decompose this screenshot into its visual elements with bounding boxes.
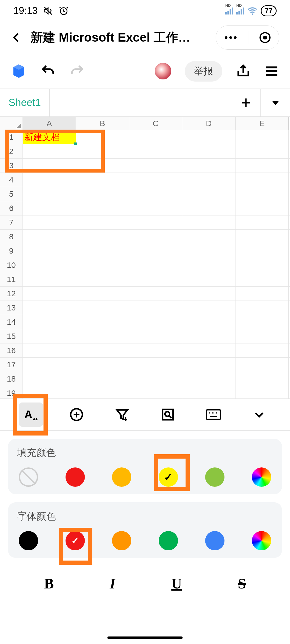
cell[interactable] <box>182 187 235 201</box>
cell[interactable] <box>129 144 182 158</box>
cell[interactable] <box>23 272 76 286</box>
font-swatch-orange[interactable] <box>112 531 131 550</box>
cell[interactable] <box>235 343 289 357</box>
row-header[interactable]: 12 <box>0 287 23 301</box>
cell[interactable] <box>182 244 235 258</box>
cell[interactable] <box>76 230 129 244</box>
cell[interactable] <box>235 329 289 343</box>
cell[interactable] <box>129 201 182 215</box>
cell[interactable] <box>235 287 289 301</box>
cell[interactable] <box>182 386 235 398</box>
cell[interactable] <box>235 358 289 372</box>
cell[interactable] <box>235 272 289 286</box>
fill-swatch-orange[interactable] <box>112 467 131 487</box>
cell[interactable] <box>76 215 129 229</box>
cell[interactable] <box>235 315 289 329</box>
cell[interactable] <box>129 244 182 258</box>
row-header[interactable]: 6 <box>0 201 23 215</box>
cell[interactable] <box>129 215 182 229</box>
cell[interactable] <box>23 372 76 386</box>
cell[interactable]: 新建文档 <box>23 130 76 144</box>
cell[interactable] <box>129 287 182 301</box>
text-format-button[interactable]: A <box>19 402 43 427</box>
cell[interactable] <box>182 258 235 272</box>
report-button[interactable]: 举报 <box>185 61 222 82</box>
sheet-menu-button[interactable] <box>260 89 290 116</box>
row-header[interactable]: 17 <box>0 358 23 372</box>
cell[interactable] <box>182 287 235 301</box>
cell[interactable] <box>235 244 289 258</box>
cell[interactable] <box>182 130 235 144</box>
cell[interactable] <box>23 244 76 258</box>
cell[interactable] <box>182 144 235 158</box>
cell[interactable] <box>129 358 182 372</box>
spreadsheet-grid[interactable]: A B C D E 1新建文档2345678910111213141516171… <box>0 117 290 398</box>
cell[interactable] <box>129 130 182 144</box>
column-header[interactable]: D <box>182 117 235 130</box>
row-header[interactable]: 7 <box>0 215 23 229</box>
row-header[interactable]: 16 <box>0 343 23 357</box>
cell[interactable] <box>182 372 235 386</box>
cell[interactable] <box>235 301 289 315</box>
fill-swatch-green[interactable] <box>205 467 224 487</box>
column-header[interactable]: E <box>235 117 289 130</box>
cell[interactable] <box>182 201 235 215</box>
cell[interactable] <box>76 244 129 258</box>
cell[interactable] <box>23 215 76 229</box>
cell[interactable] <box>182 358 235 372</box>
cell[interactable] <box>76 301 129 315</box>
cell[interactable] <box>76 144 129 158</box>
cell[interactable] <box>129 315 182 329</box>
cell[interactable] <box>129 329 182 343</box>
row-header[interactable]: 11 <box>0 272 23 286</box>
column-header[interactable]: A <box>23 117 76 130</box>
cell[interactable] <box>235 187 289 201</box>
cell[interactable] <box>182 315 235 329</box>
cell[interactable] <box>182 343 235 357</box>
cell[interactable] <box>23 173 76 187</box>
cell[interactable] <box>129 159 182 173</box>
add-sheet-button[interactable] <box>231 89 260 116</box>
user-avatar[interactable] <box>155 63 171 79</box>
cell[interactable] <box>235 130 289 144</box>
row-header[interactable]: 4 <box>0 173 23 187</box>
back-icon[interactable] <box>11 32 23 43</box>
cell[interactable] <box>182 215 235 229</box>
column-header[interactable]: B <box>76 117 129 130</box>
cell[interactable] <box>23 201 76 215</box>
filter-button[interactable] <box>110 402 134 427</box>
share-icon[interactable] <box>236 64 251 79</box>
row-header[interactable]: 3 <box>0 159 23 173</box>
app-logo-icon[interactable] <box>11 63 27 79</box>
cell[interactable] <box>76 287 129 301</box>
fill-swatch-none[interactable] <box>19 467 38 487</box>
sheet-tab-active[interactable]: Sheet1 <box>0 89 50 116</box>
cell[interactable] <box>182 272 235 286</box>
fill-swatch-yellow[interactable]: ✓ <box>159 467 178 487</box>
menu-icon[interactable] <box>264 64 279 79</box>
keyboard-button[interactable] <box>201 402 226 427</box>
cell[interactable] <box>23 301 76 315</box>
cell[interactable] <box>76 358 129 372</box>
cell[interactable] <box>76 201 129 215</box>
cell[interactable] <box>182 173 235 187</box>
row-header[interactable]: 9 <box>0 244 23 258</box>
cell[interactable] <box>23 329 76 343</box>
cell[interactable] <box>235 144 289 158</box>
cell[interactable] <box>76 258 129 272</box>
cell[interactable] <box>235 230 289 244</box>
cell[interactable] <box>23 287 76 301</box>
find-button[interactable] <box>156 402 180 427</box>
cell[interactable] <box>235 159 289 173</box>
row-header[interactable]: 19 <box>0 386 23 398</box>
strike-button[interactable]: S <box>238 575 246 592</box>
row-header[interactable]: 15 <box>0 329 23 343</box>
cell[interactable] <box>129 386 182 398</box>
collapse-button[interactable] <box>247 402 271 427</box>
cell[interactable] <box>129 343 182 357</box>
font-swatch-red[interactable]: ✓ <box>66 531 85 550</box>
cell[interactable] <box>129 272 182 286</box>
cell[interactable] <box>23 258 76 272</box>
select-all-corner[interactable] <box>0 117 23 130</box>
cell[interactable] <box>76 372 129 386</box>
